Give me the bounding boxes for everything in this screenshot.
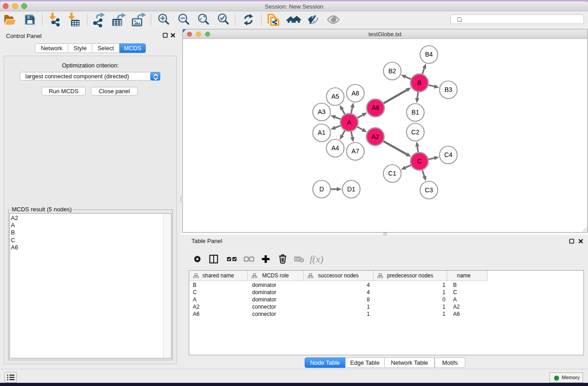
svg-text:A: A xyxy=(347,119,352,126)
svg-text:C2: C2 xyxy=(411,129,420,136)
svg-text:D1: D1 xyxy=(347,186,355,193)
svg-text:A6: A6 xyxy=(372,104,379,111)
svg-text:C1: C1 xyxy=(388,170,397,177)
svg-text:C: C xyxy=(417,157,421,165)
svg-text:D: D xyxy=(319,186,324,193)
svg-text:A3: A3 xyxy=(318,108,325,115)
svg-text:A7: A7 xyxy=(351,148,359,155)
svg-text:A8: A8 xyxy=(351,90,359,97)
svg-text:A5: A5 xyxy=(331,93,339,100)
svg-text:B1: B1 xyxy=(411,109,419,116)
svg-text:A4: A4 xyxy=(331,144,339,152)
svg-text:B3: B3 xyxy=(445,86,452,93)
svg-text:B2: B2 xyxy=(388,67,396,75)
svg-text:C4: C4 xyxy=(445,151,453,158)
svg-text:A2: A2 xyxy=(371,133,379,140)
svg-text:A1: A1 xyxy=(318,129,325,136)
svg-text:B: B xyxy=(417,79,421,86)
svg-text:B4: B4 xyxy=(425,51,433,58)
svg-text:f(x): f(x) xyxy=(310,253,324,264)
svg-text:C3: C3 xyxy=(425,186,433,194)
